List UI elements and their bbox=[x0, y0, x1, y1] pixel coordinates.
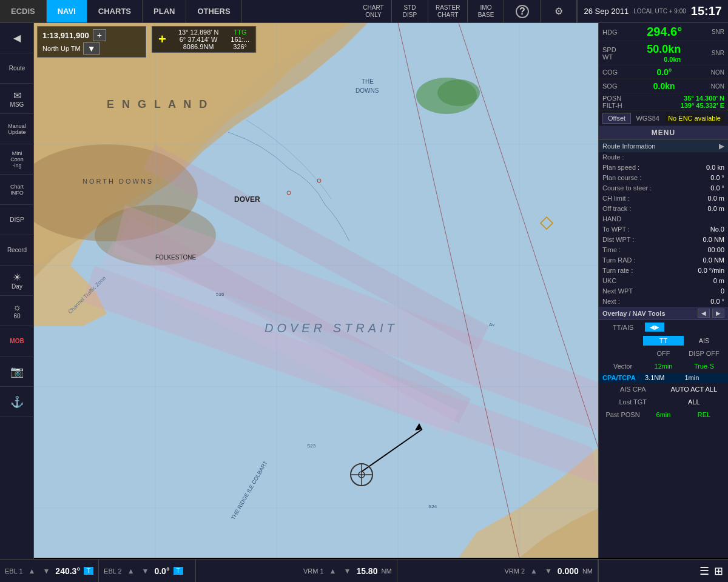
ebl1-down-button[interactable]: ▼ bbox=[41, 567, 52, 575]
next-value: 0.0 ° bbox=[710, 298, 724, 305]
time-value: 00:00 bbox=[707, 246, 724, 253]
time-row: Time : 00:00 bbox=[599, 245, 728, 255]
others-button[interactable]: OTHERS bbox=[186, 0, 241, 22]
ebl2-down-button[interactable]: ▼ bbox=[140, 567, 151, 575]
route-button[interactable]: Route bbox=[0, 53, 34, 84]
tt-button[interactable]: TT bbox=[643, 336, 684, 346]
vrm1-up-button[interactable]: ▲ bbox=[328, 567, 339, 575]
lost-tgt-value[interactable]: ALL bbox=[664, 397, 725, 407]
msg-button[interactable]: ✉ MSG bbox=[0, 84, 34, 114]
list-view-icon[interactable]: ☰ bbox=[699, 564, 709, 578]
plan-speed-label: Plan speed : bbox=[602, 164, 639, 171]
next-label: Next : bbox=[602, 298, 620, 305]
disp-off-button[interactable]: DISP OFF bbox=[684, 349, 724, 358]
off-button[interactable]: OFF bbox=[643, 349, 684, 358]
std-disp-button[interactable]: STDDISP bbox=[392, 0, 428, 22]
camera-button[interactable]: 📷 bbox=[0, 356, 34, 387]
settings-button[interactable]: ⚙ bbox=[541, 0, 577, 22]
posn-section: POSN 35° 14.300' N FILT-H 139° 45.332' E bbox=[599, 93, 728, 111]
mini-conn-label: MiniConn-ing bbox=[10, 150, 24, 169]
overlay-prev-button[interactable]: ◀ bbox=[698, 309, 710, 318]
ebl2-true-button[interactable]: T bbox=[174, 567, 183, 575]
next-wpt-label: Next WPT bbox=[602, 287, 633, 295]
plan-speed-value: 0.0 kn bbox=[706, 164, 724, 171]
back-button[interactable]: ◀ bbox=[0, 23, 34, 53]
vrm2-up-button[interactable]: ▲ bbox=[528, 567, 539, 575]
charts-button[interactable]: CHARTS bbox=[87, 0, 143, 22]
tt-ais-label: TT/AIS bbox=[602, 323, 644, 332]
lost-tgt-row: Lost TGT ALL bbox=[599, 396, 728, 409]
ukc-value: 0 m bbox=[713, 277, 724, 284]
ais-button[interactable]: AIS bbox=[684, 336, 724, 346]
anchor-button[interactable]: ⚓ bbox=[0, 387, 34, 417]
tcpa-value: 1min bbox=[685, 374, 725, 381]
map-display[interactable]: DOVER FOLKESTONE NORTH DOWNS E N G L A N… bbox=[34, 23, 598, 558]
spacer-cell bbox=[602, 352, 643, 355]
zoom-out-button[interactable]: ▼ bbox=[83, 42, 100, 55]
vrm1-down-button[interactable]: ▼ bbox=[342, 567, 353, 575]
help-button[interactable]: ? bbox=[504, 0, 541, 22]
course-steer-label: Course to steer : bbox=[602, 184, 652, 192]
brightness-icon: ☼ bbox=[13, 302, 22, 313]
offset-button[interactable]: Offset bbox=[602, 113, 631, 124]
overlay-nav-arrows[interactable]: ◀ ▶ bbox=[698, 309, 724, 318]
turn-rad-row: Turn RAD : 0.0 NM bbox=[599, 255, 728, 266]
back-icon: ◀ bbox=[13, 32, 21, 44]
ecdis-button[interactable]: ECDIS bbox=[0, 0, 47, 22]
manual-update-label: ManualUpdate bbox=[8, 123, 26, 135]
non1-label: NON bbox=[711, 69, 724, 76]
dist-wpt-row: Dist WPT : 0.0 NM bbox=[599, 235, 728, 245]
turn-rate-label: Turn rate : bbox=[602, 267, 633, 274]
svg-marker-2 bbox=[34, 23, 349, 326]
ais-cpa-value[interactable]: AUTO ACT ALL bbox=[664, 384, 725, 394]
sog-label: SOG bbox=[602, 82, 617, 90]
disp-button[interactable]: DISP bbox=[0, 205, 34, 235]
grid-view-icon[interactable]: ⊞ bbox=[714, 564, 723, 578]
svg-point-32 bbox=[359, 472, 365, 478]
cpa-value: 3.1NM bbox=[645, 374, 685, 381]
record-button[interactable]: Record bbox=[0, 235, 34, 266]
vector-mode[interactable]: True-S bbox=[684, 361, 724, 371]
brightness-button[interactable]: ☼ 60 bbox=[0, 296, 34, 326]
ebl1-section: EBL 1 ▲ ▼ 240.3° T bbox=[0, 560, 99, 582]
zoom-in-button[interactable]: + bbox=[93, 29, 106, 41]
tt-ais-active-button[interactable]: ◀▶ bbox=[645, 323, 664, 332]
off-track-value: 0.0 m bbox=[707, 205, 724, 212]
next-row: Next : 0.0 ° bbox=[599, 296, 728, 307]
manual-update-button[interactable]: ManualUpdate bbox=[0, 114, 34, 144]
raster-chart-button[interactable]: RASTERCHART bbox=[428, 0, 468, 22]
vrm2-down-button[interactable]: ▼ bbox=[543, 567, 554, 575]
vrm2-unit: NM bbox=[582, 567, 593, 575]
hdg-value: 294.6° bbox=[647, 25, 682, 39]
chart-only-button[interactable]: CHARTONLY bbox=[356, 0, 392, 22]
to-wpt-row: To WPT : No.0 bbox=[599, 224, 728, 235]
ebl2-value: 0.0° bbox=[154, 566, 169, 576]
mob-button[interactable]: MOB bbox=[0, 326, 34, 356]
ebl1-true-button[interactable]: T bbox=[84, 567, 93, 575]
svg-text:S23: S23 bbox=[307, 443, 316, 449]
chart-info-button[interactable]: ChartINFO bbox=[0, 175, 34, 205]
no-enc-badge: No ENC available bbox=[664, 113, 724, 123]
overlay-next-button[interactable]: ▶ bbox=[712, 309, 724, 318]
plan-course-value: 0.0 ° bbox=[710, 174, 724, 181]
past-posn-mode[interactable]: REL bbox=[684, 410, 724, 420]
vector-time[interactable]: 12min bbox=[643, 361, 684, 371]
svg-line-41 bbox=[398, 23, 519, 558]
svg-text:THE: THE bbox=[362, 78, 374, 85]
wt-label: WT bbox=[602, 53, 616, 61]
navi-button[interactable]: NAVI bbox=[47, 0, 87, 22]
imo-base-button[interactable]: IMOBASE bbox=[468, 0, 504, 22]
wgs-label: WGS84 bbox=[636, 115, 659, 122]
svg-marker-30 bbox=[415, 423, 422, 430]
past-posn-time[interactable]: 6min bbox=[643, 410, 684, 420]
wgs-row: Offset WGS84 No ENC available bbox=[599, 111, 728, 126]
ebl1-up-button[interactable]: ▲ bbox=[27, 567, 38, 575]
day-button[interactable]: ☀ Day bbox=[0, 266, 34, 296]
mini-conn-button[interactable]: MiniConn-ing bbox=[0, 144, 34, 175]
ebl2-up-button[interactable]: ▲ bbox=[126, 567, 136, 575]
plan-button[interactable]: PLAN bbox=[143, 0, 186, 22]
svg-text:Av: Av bbox=[489, 322, 494, 327]
cpa-tcpa-row: CPA/TCPA 3.1NM 1min bbox=[599, 373, 728, 383]
cog-value: 0.0° bbox=[656, 67, 672, 77]
route-info-header[interactable]: Route Information ▶ bbox=[599, 140, 728, 152]
